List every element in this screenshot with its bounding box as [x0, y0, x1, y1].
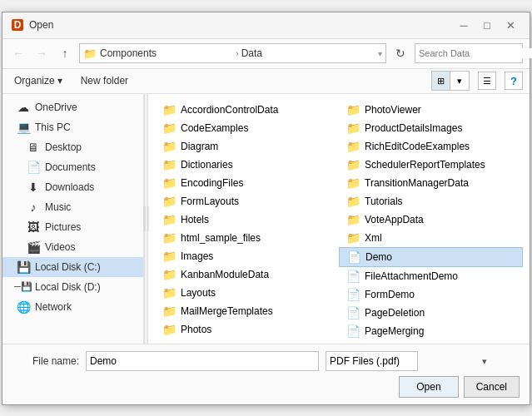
address-dropdown-arrow: ▾ — [378, 49, 382, 58]
sidebar-label-locald: Local Disk (D:) — [35, 281, 101, 293]
thispc-icon: 💻 — [16, 120, 31, 135]
file-item-pagedeletion[interactable]: 📄 PageDeletion — [339, 304, 523, 322]
up-button[interactable]: ↑ — [56, 44, 74, 62]
organize-button[interactable]: Organize ▾ — [9, 73, 67, 88]
folder-icon: 📁 — [346, 102, 360, 117]
music-icon: ♪ — [26, 200, 41, 215]
sidebar-item-pictures[interactable]: 🖼 Pictures — [2, 217, 143, 237]
file-item-xml[interactable]: 📁 Xml — [339, 229, 523, 247]
file-label: KanbanModuleData — [181, 269, 269, 280]
file-item-transitionmanagerdata[interactable]: 📁 TransitionManagerData — [339, 174, 523, 192]
file-item-diagram[interactable]: 📁 Diagram — [155, 137, 339, 156]
file-item-pagemerging[interactable]: 📄 PageMerging — [339, 322, 523, 340]
sidebar-label-thispc: This PC — [35, 121, 71, 133]
folder-icon: 📁 — [346, 212, 360, 227]
file-item-encodingfiles[interactable]: 📁 EncodingFiles — [155, 174, 339, 192]
open-button[interactable]: Open — [399, 376, 458, 398]
file-label: EncodingFiles — [181, 177, 243, 189]
videos-icon: 🎬 — [26, 240, 41, 255]
help-button[interactable]: ? — [505, 72, 523, 90]
file-label: Layouts — [181, 287, 216, 299]
file-label: SchedulerReportTemplates — [365, 159, 485, 171]
minimize-button[interactable]: ─ — [453, 17, 475, 33]
refresh-button[interactable]: ↻ — [391, 44, 410, 62]
filename-row: File name: PDF Files (.pdf) All Files (*… — [12, 351, 520, 371]
sidebar-item-music[interactable]: ♪ Music — [2, 197, 143, 217]
file-item-kanbanmoduledata[interactable]: 📁 KanbanModuleData — [155, 265, 339, 284]
file-item-productdetailsimages[interactable]: 📁 ProductDetailsImages — [339, 119, 523, 137]
locald-icon: ─💾 — [16, 280, 31, 295]
file-item-htmlsamplefiles[interactable]: 📁 html_sample_files — [155, 229, 339, 247]
file-item-mailmergetemplates[interactable]: 📁 MailMergeTemplates — [155, 302, 339, 320]
file-item-schedulerreporttemplates[interactable]: 📁 SchedulerReportTemplates — [339, 156, 523, 174]
file-item-images[interactable]: 📁 Images — [155, 247, 339, 265]
sidebar-label-music: Music — [45, 201, 71, 213]
sidebar-label-videos: Videos — [45, 241, 75, 253]
sidebar-item-network[interactable]: 🌐 Network — [2, 297, 143, 317]
title-bar: D Open ─ □ ✕ — [2, 12, 530, 39]
file-item-layouts[interactable]: 📁 Layouts — [155, 284, 339, 302]
address-bar[interactable]: 📁 Components › Data ▾ — [79, 43, 386, 63]
file-item-photos[interactable]: 📁 Photos — [155, 320, 339, 339]
open-dialog: D Open ─ □ ✕ ← → ↑ 📁 Components › Data ▾… — [2, 12, 530, 405]
file-item-demo[interactable]: 📄 Demo — [339, 247, 523, 267]
filetype-select[interactable]: PDF Files (.pdf) All Files (*.*) — [326, 351, 418, 371]
file-label: Dictionaries — [181, 159, 233, 171]
view-dropdown-button[interactable]: ▾ — [450, 72, 469, 90]
sidebar-item-localc[interactable]: 💾 Local Disk (C:) — [2, 257, 143, 277]
folder-icon: 📁 — [346, 176, 360, 191]
file-item-formlayouts[interactable]: 📁 FormLayouts — [155, 192, 339, 210]
file-item-accordioncontroldata[interactable]: 📁 AccordionControlData — [155, 101, 339, 119]
sidebar-item-locald[interactable]: ─💾 Local Disk (D:) — [2, 277, 143, 297]
file-item-dictionaries[interactable]: 📁 Dictionaries — [155, 156, 339, 174]
sidebar-item-desktop[interactable]: 🖥 Desktop — [2, 137, 143, 157]
folder-icon: 📁 — [162, 267, 177, 282]
view-buttons: ⊞ ▾ — [431, 71, 470, 91]
file-label: AccordionControlData — [181, 104, 278, 116]
file-label: MailMergeTemplates — [181, 305, 273, 317]
maximize-button[interactable]: □ — [476, 17, 498, 33]
sidebar-item-videos[interactable]: 🎬 Videos — [2, 237, 143, 257]
pane-divider[interactable] — [144, 94, 148, 344]
organize-label: Organize — [14, 75, 55, 87]
close-button[interactable]: ✕ — [500, 17, 521, 33]
bottom-bar: File name: PDF Files (.pdf) All Files (*… — [2, 344, 530, 404]
file-item-photoviewer[interactable]: 📁 PhotoViewer — [339, 101, 523, 119]
sidebar-item-downloads[interactable]: ⬇ Downloads — [2, 177, 143, 197]
file-right-column: 📁 PhotoViewer 📁 ProductDetailsImages 📁 R… — [339, 101, 523, 340]
file-item-codeexamples[interactable]: 📁 CodeExamples — [155, 119, 339, 137]
new-folder-button[interactable]: New folder — [76, 73, 133, 88]
pdf-icon: 📄 — [346, 287, 360, 302]
sidebar-label-documents: Documents — [45, 161, 96, 173]
filename-input[interactable] — [86, 351, 319, 371]
sidebar-item-onedrive[interactable]: ☁ OneDrive — [2, 97, 143, 117]
forward-button[interactable]: → — [32, 44, 51, 62]
file-item-richeditcodeexamples[interactable]: 📁 RichEditCodeExamples — [339, 137, 523, 156]
file-label: PageMerging — [365, 325, 424, 337]
file-item-hotels[interactable]: 📁 Hotels — [155, 210, 339, 229]
grid-view-button[interactable]: ⊞ — [432, 72, 450, 90]
back-button[interactable]: ← — [9, 44, 27, 62]
cancel-button[interactable]: Cancel — [464, 376, 520, 398]
folder-icon: 📁 — [162, 102, 177, 117]
address-path: Components — [100, 47, 233, 59]
search-input[interactable] — [419, 48, 532, 58]
sidebar-item-documents[interactable]: 📄 Documents — [2, 157, 143, 177]
file-item-tutorials[interactable]: 📁 Tutorials — [339, 192, 523, 210]
navigation-toolbar: ← → ↑ 📁 Components › Data ▾ ↻ 🔍 — [2, 39, 530, 69]
sidebar-label-downloads: Downloads — [45, 181, 94, 193]
file-item-formdemo[interactable]: 📄 FormDemo — [339, 285, 523, 304]
sidebar-item-thispc[interactable]: 💻 This PC — [2, 117, 143, 137]
file-label: ProductDetailsImages — [365, 122, 462, 134]
file-label: Photos — [181, 324, 211, 335]
organize-toolbar: Organize ▾ New folder ⊞ ▾ ☰ ? — [2, 69, 530, 94]
file-label: FormLayouts — [181, 196, 239, 207]
folder-icon: 📁 — [162, 322, 177, 337]
folder-icon: 📁 — [162, 121, 177, 136]
file-label: Images — [181, 250, 213, 262]
file-item-voteappdata[interactable]: 📁 VoteAppData — [339, 210, 523, 229]
search-bar[interactable]: 🔍 — [415, 43, 523, 63]
folder-icon: 📁 — [162, 304, 177, 319]
file-item-fileattachmentdemo[interactable]: 📄 FileAttachmentDemo — [339, 267, 523, 285]
details-view-button[interactable]: ☰ — [478, 72, 496, 90]
